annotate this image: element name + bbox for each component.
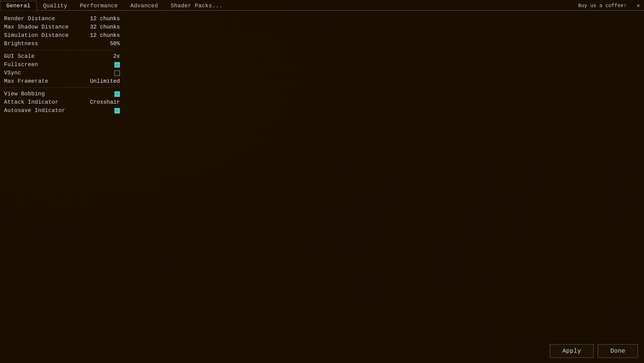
gui-scale-label: GUI Scale [4,53,75,60]
tab-advanced[interactable]: Advanced [124,1,165,10]
settings-content: Render Distance 12 chunks Max Shadow Dis… [0,11,644,119]
max-framerate-value[interactable]: Unlimited [75,78,120,85]
bottom-bar: Apply Done [544,339,644,363]
tab-performance[interactable]: Performance [74,1,124,10]
max-framerate-label: Max Framerate [4,78,75,85]
attack-indicator-label: Attack Indicator [4,99,75,105]
tab-shader-packs[interactable]: Shader Packs... [164,1,229,10]
max-shadow-distance-value[interactable]: 32 chunks [75,24,120,30]
simulation-distance-row: Simulation Distance 12 chunks [2,31,115,40]
divider-1 [4,50,113,50]
max-shadow-distance-row: Max Shadow Distance 32 chunks [2,23,115,31]
gui-scale-row: GUI Scale 2x [2,52,115,61]
tab-quality[interactable]: Quality [37,1,74,10]
apply-button[interactable]: Apply [550,344,594,358]
attack-indicator-row: Attack Indicator Crosshair [2,98,115,106]
fullscreen-label: Fullscreen [4,62,75,68]
fullscreen-checkbox-container [75,62,120,68]
autosave-indicator-row: Autosave Indicator [2,106,115,115]
general-settings-section: Render Distance 12 chunks Max Shadow Dis… [2,15,115,115]
brightness-label: Brightness [4,41,75,47]
vsync-checkbox-container [75,70,120,76]
tabs-bar: General Quality Performance Advanced Sha… [0,0,644,11]
simulation-distance-label: Simulation Distance [4,32,75,39]
view-bobbing-row: View Bobbing [2,90,115,98]
page-container: General Quality Performance Advanced Sha… [0,0,644,363]
max-shadow-distance-label: Max Shadow Distance [4,24,75,30]
vsync-row: VSync [2,69,115,77]
tab-general[interactable]: General [0,1,37,11]
fullscreen-row: Fullscreen [2,61,115,69]
buy-coffee-button[interactable]: Buy us a coffee! [574,1,631,10]
render-distance-row: Render Distance 12 chunks [2,15,115,23]
autosave-indicator-checkbox[interactable] [114,108,120,114]
autosave-indicator-checkbox-container [75,108,120,114]
close-button[interactable]: ✕ [633,1,644,10]
attack-indicator-value[interactable]: Crosshair [75,99,120,105]
autosave-indicator-label: Autosave Indicator [4,107,75,114]
simulation-distance-value[interactable]: 12 chunks [75,32,120,39]
view-bobbing-label: View Bobbing [4,91,75,97]
vsync-label: VSync [4,70,75,76]
gui-scale-value[interactable]: 2x [75,53,120,60]
brightness-row: Brightness 50% [2,40,115,48]
brightness-value[interactable]: 50% [75,41,120,47]
max-framerate-row: Max Framerate Unlimited [2,77,115,86]
done-button[interactable]: Done [598,344,638,358]
render-distance-value[interactable]: 12 chunks [75,16,120,22]
view-bobbing-checkbox[interactable] [114,91,120,97]
divider-2 [4,88,113,88]
view-bobbing-checkbox-container [75,91,120,97]
render-distance-label: Render Distance [4,16,75,22]
fullscreen-checkbox[interactable] [114,62,120,68]
vsync-checkbox[interactable] [114,70,120,76]
